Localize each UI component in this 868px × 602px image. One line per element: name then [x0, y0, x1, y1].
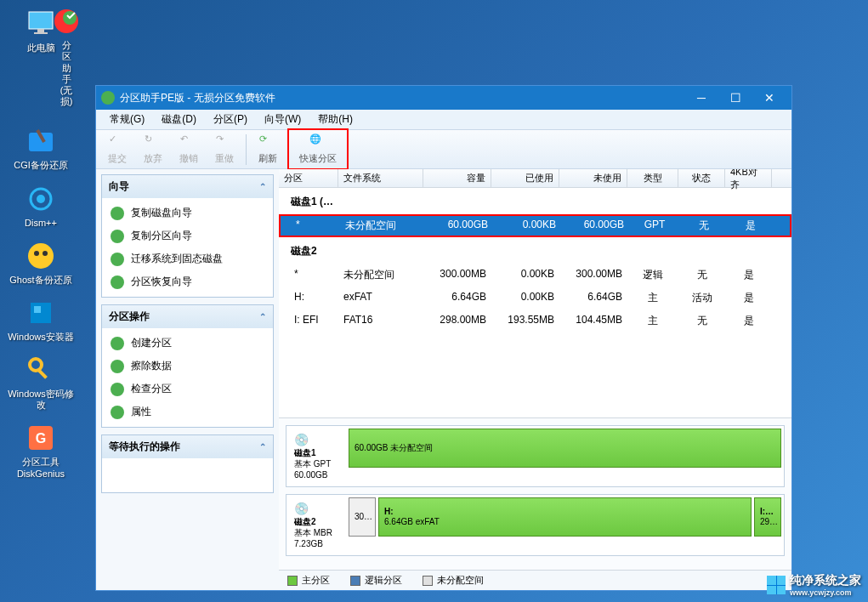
check-icon [111, 383, 124, 396]
wipe-icon [111, 360, 124, 373]
wizard-copy-partition[interactable]: 复制分区向导 [102, 224, 273, 247]
disk1-visual[interactable]: 💿 磁盘1 基本 GPT 60.00GB 60.00GB 未分配空间 [286, 425, 785, 487]
table-row[interactable]: * 未分配空间 60.00GB 0.00KB 60.00GB GPT 无 是 [279, 214, 791, 237]
disk-icon: 💿 [294, 501, 343, 516]
swatch-icon [287, 576, 298, 586]
disk-visual-area: 💿 磁盘1 基本 GPT 60.00GB 60.00GB 未分配空间 💿 磁盘2… [279, 417, 791, 570]
toolbar: ✓提交 ↻放弃 ↶撤销 ↷重做 ⟳刷新 🌐快速分区 [96, 130, 791, 169]
refresh-icon: ⟳ [259, 133, 276, 150]
ops-header[interactable]: 分区操作⌃ [102, 305, 273, 328]
svg-point-10 [34, 251, 39, 256]
installer-icon [24, 296, 58, 330]
key-icon [24, 353, 58, 387]
table-row[interactable]: * 未分配空间 300.00MB 0.00KB 300.00MB 逻辑 无 是 [279, 264, 791, 287]
menu-general[interactable]: 常规(G) [101, 110, 153, 129]
ops-create[interactable]: 创建分区 [102, 332, 273, 355]
discard-button[interactable]: ↻放弃 [135, 132, 171, 167]
chevron-icon: ⌃ [259, 442, 266, 452]
table-row[interactable]: H: exFAT 6.64GB 0.00KB 6.64GB 主 活动 是 [279, 287, 791, 310]
ops-properties[interactable]: 属性 [102, 400, 273, 423]
disk-segment[interactable]: 60.00GB 未分配空间 [349, 429, 781, 468]
refresh-button[interactable]: ⟳刷新 [250, 132, 286, 167]
wizard-panel: 向导⌃ 复制磁盘向导 复制分区向导 迁移系统到固态磁盘 分区恢复向导 [101, 174, 274, 298]
quick-partition-button[interactable]: 🌐快速分区 [291, 132, 345, 167]
svg-rect-2 [34, 32, 48, 34]
desktop-icon-partassist[interactable]: 分区助手(无损) [58, 4, 75, 107]
undo-button[interactable]: ↶撤销 [171, 132, 207, 167]
th-capacity[interactable]: 容量 [423, 169, 491, 187]
disk2-label[interactable]: 磁盘2 [279, 237, 791, 264]
check-icon: ✓ [109, 133, 126, 150]
legend: 主分区 逻辑分区 未分配空间 [279, 570, 791, 590]
recovery-icon [111, 275, 124, 289]
undo-icon: ↶ [180, 133, 197, 150]
watermark: 纯净系统之家 www.ycwjzy.com [767, 573, 861, 597]
redo-button[interactable]: ↷重做 [207, 132, 242, 167]
disk-list: 磁盘1 (… * 未分配空间 60.00GB 0.00KB 60.00GB GP… [279, 188, 791, 417]
ops-panel: 分区操作⌃ 创建分区 擦除数据 检查分区 属性 [101, 304, 274, 428]
menu-partition[interactable]: 分区(P) [205, 110, 256, 129]
pending-header[interactable]: 等待执行的操作⌃ [102, 435, 273, 458]
titlebar: 分区助手PE版 - 无损分区免费软件 ─ ☐ ✕ [96, 86, 791, 110]
desktop-icon-dism[interactable]: Dism++ [7, 182, 75, 229]
menu-wizard[interactable]: 向导(W) [256, 110, 309, 129]
menubar: 常规(G) 磁盘(D) 分区(P) 向导(W) 帮助(H) [96, 110, 791, 130]
desktop-icon-cgi[interactable]: CGI备份还原 [7, 124, 75, 171]
ghost-icon [24, 239, 58, 273]
commit-button[interactable]: ✓提交 [99, 132, 135, 167]
th-used[interactable]: 已使用 [491, 169, 559, 187]
partition-icon [49, 4, 83, 38]
menu-disk[interactable]: 磁盘(D) [153, 110, 205, 129]
main-panel: 分区 文件系统 容量 已使用 未使用 类型 状态 4KB对齐 磁盘1 (… * … [279, 169, 791, 590]
desktop-icon-wininstall[interactable]: Windows安装器 [7, 296, 75, 343]
th-partition[interactable]: 分区 [279, 169, 338, 187]
disk1-label[interactable]: 磁盘1 (… [279, 188, 791, 214]
menu-help[interactable]: 帮助(H) [309, 110, 361, 129]
gear-icon [24, 182, 58, 216]
globe-icon: 🌐 [309, 133, 326, 150]
th-type[interactable]: 类型 [627, 169, 678, 187]
props-icon [111, 406, 124, 419]
th-status[interactable]: 状态 [678, 169, 725, 187]
swatch-icon [350, 576, 360, 586]
maximize-button[interactable]: ☐ [718, 87, 752, 109]
svg-point-9 [28, 243, 54, 269]
redo-icon: ↷ [216, 133, 233, 150]
svg-point-11 [43, 251, 48, 256]
th-free[interactable]: 未使用 [559, 169, 627, 187]
ops-check[interactable]: 检查分区 [102, 378, 273, 400]
ops-wipe[interactable]: 擦除数据 [102, 355, 273, 378]
table-row[interactable]: I: EFI FAT16 298.00MB 193.55MB 104.45MB … [279, 310, 791, 332]
svg-rect-13 [34, 306, 41, 313]
disk-segment[interactable]: I:…29… [754, 497, 781, 537]
pending-panel: 等待执行的操作⌃ [101, 434, 274, 493]
svg-rect-15 [37, 368, 48, 379]
disk-icon: 💿 [294, 432, 343, 447]
legend-primary: 主分区 [287, 574, 330, 587]
wizard-recovery[interactable]: 分区恢复向导 [102, 270, 273, 293]
disk2-visual[interactable]: 💿 磁盘2 基本 MBR 7.23GB 30… H:6.64GB exFAT I… [286, 494, 785, 556]
desktop-icon-diskgenius[interactable]: G 分区工具DiskGenius [7, 421, 75, 479]
legend-logical: 逻辑分区 [350, 574, 402, 587]
close-button[interactable]: ✕ [752, 87, 786, 109]
chevron-icon: ⌃ [259, 312, 266, 321]
highlight-box: 🌐快速分区 [287, 128, 349, 170]
desktop-icon-ghost[interactable]: Ghost备份还原 [7, 239, 75, 286]
wizard-copy-disk[interactable]: 复制磁盘向导 [102, 202, 273, 224]
th-filesystem[interactable]: 文件系统 [338, 169, 423, 187]
ssd-icon [111, 253, 124, 266]
content-area: 向导⌃ 复制磁盘向导 复制分区向导 迁移系统到固态磁盘 分区恢复向导 分区操作⌃… [96, 169, 791, 590]
desktop-icon-winpass[interactable]: Windows密码修改 [7, 353, 75, 411]
app-icon [101, 91, 115, 105]
wizard-header[interactable]: 向导⌃ [102, 175, 273, 198]
th-4k[interactable]: 4KB对齐 [725, 169, 772, 187]
create-icon [111, 337, 124, 350]
disk-segment[interactable]: H:6.64GB exFAT [378, 497, 752, 537]
disk-segment[interactable]: 30… [349, 497, 376, 537]
svg-text:G: G [36, 431, 46, 446]
separator [246, 134, 247, 165]
wizard-migrate-ssd[interactable]: 迁移系统到固态磁盘 [102, 247, 273, 270]
app-window: 分区助手PE版 - 无损分区免费软件 ─ ☐ ✕ 常规(G) 磁盘(D) 分区(… [95, 85, 792, 591]
minimize-button[interactable]: ─ [684, 87, 718, 109]
legend-unalloc: 未分配空间 [423, 574, 484, 587]
